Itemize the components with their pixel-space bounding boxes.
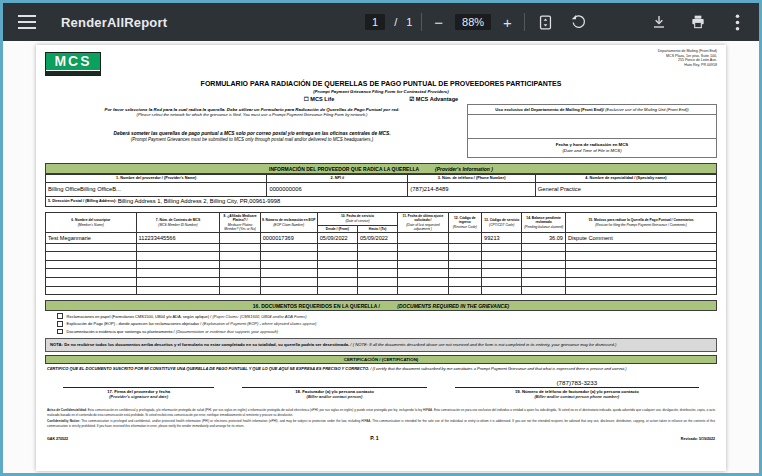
- rotate-button[interactable]: [567, 10, 591, 34]
- hamburger-menu-icon: [18, 15, 36, 29]
- checkbox-unchecked-icon: ☐: [304, 96, 309, 102]
- zoom-out-button[interactable]: −: [431, 14, 446, 31]
- provider-info-table: 1. Nombre del proveedor / (Provider's Na…: [45, 174, 717, 197]
- member-name-header: 6. Nombre del suscriptor(Member's Name): [46, 212, 137, 232]
- date-to-cell: 05/09/2022: [357, 233, 397, 244]
- footer-page-number: P. 1: [370, 435, 379, 441]
- provider-header-row: 1. Nombre del proveedor / (Provider's Na…: [46, 175, 717, 183]
- signature-line: [63, 387, 214, 388]
- footer-form-code: GAK 270522: [47, 437, 68, 441]
- specialty-header: 4. Nombre de especialidad / (Specialty n…: [535, 175, 716, 183]
- billing-address-value: Billing Address 1, Billing Address 2, Bi…: [118, 198, 281, 204]
- pending-balance-cell: 36.09: [522, 233, 566, 244]
- page-total: 1: [406, 16, 412, 28]
- provider-value-row: Billing OfficeBilling OfficeB... 0000000…: [46, 182, 717, 196]
- signature-row: 17. Firma del proveedor y fecha (Provide…: [45, 378, 717, 399]
- reason-cell: Dispute Comment: [565, 233, 716, 244]
- date-from-header: Desde / (From): [317, 225, 357, 233]
- rotate-icon: [570, 14, 587, 31]
- reason-header: 15. Motivos para radicar la Querella de …: [565, 212, 716, 232]
- revenue-code-header: 12. Código de ingreso(Revenue Code): [448, 212, 482, 232]
- contract-number-header: 7. Núm. de Contrato de MCS(MCS Member ID…: [136, 212, 220, 232]
- nota-label: NOTA:: [50, 342, 63, 347]
- claims-empty-row: [46, 277, 717, 286]
- file-date-label-en: (Date and Time of File in MCS): [470, 148, 714, 154]
- member-name-cell: Test Meganmarie: [46, 233, 137, 244]
- pdf-page: MCS Departamento de Mailing (Front End) …: [36, 45, 726, 471]
- claims-empty-row: [46, 252, 717, 261]
- claims-data-row: Test Meganmarie 112233445566 0000017369 …: [46, 233, 717, 244]
- form-title: FORMULARIO PARA RADIACIÓN DE QUERELLAS D…: [45, 80, 717, 87]
- signature-field-provider: 17. Firma del proveedor y fecha (Provide…: [49, 378, 228, 399]
- required-doc-item: Explicación de Pago (EOP) - donde aparec…: [57, 321, 717, 327]
- date-to-header: Hasta / (To): [357, 225, 397, 233]
- required-doc-item: Reclamaciones en papel (Formularios CMS1…: [57, 313, 717, 319]
- download-button[interactable]: [647, 10, 671, 34]
- fit-to-page-button[interactable]: [534, 10, 558, 34]
- document-title: RenderAllReport: [61, 15, 167, 30]
- claims-empty-row: [46, 269, 717, 278]
- billing-address-row: 5. Dirección Postal / (Billing Address):…: [45, 197, 717, 207]
- required-documents-section-header: 16. DOCUMENTOS REQUERIDOS EN LA QUERELLA…: [45, 300, 717, 311]
- provider-name-header: 1. Nombre del proveedor / (Provider's Na…: [46, 175, 267, 183]
- npi-value: 0000000006: [267, 182, 408, 196]
- print-icon: [690, 14, 706, 30]
- certification-section-header: CERTIFICACIÓN / (CERTIFICATION): [45, 355, 717, 364]
- menu-button[interactable]: [15, 10, 39, 34]
- contract-number-cell: 112233445566: [136, 233, 220, 244]
- service-code-header: 13. Código de servicio(CPT/CDT Code): [482, 212, 522, 232]
- logo-tagline-strip: [46, 71, 100, 75]
- toolbar-divider: [524, 13, 525, 31]
- last-adjustment-header: 11. Fecha de última ajuste solicitado /(…: [398, 212, 448, 232]
- nota-text-en: / ( NOTE: If all the documents described…: [350, 342, 616, 347]
- claims-empty-row: [46, 243, 717, 252]
- date-of-service-header: 10. Fecha de servicio(Date of service): [317, 212, 398, 225]
- provider-info-section-header: INFORMACIÓN DEL PROVEEDOR QUE RADICA LA …: [45, 163, 717, 174]
- nota-text-es: De no recibirse todos los documentos arr…: [64, 342, 349, 347]
- mailing-box-title-es: Uso exclusivo del Departamento de Mailin…: [495, 107, 604, 112]
- signature-field-biller: 18. Facturador (a) y/o persona contacto …: [228, 378, 440, 399]
- page-footer: GAK 270522 P. 1 Revisado: 5/19/2022: [45, 435, 717, 443]
- phone-value: (787)214-8489: [408, 182, 535, 196]
- signature-field-phone: (787)783-3233 19. Número de teléfono de …: [441, 378, 713, 399]
- revenue-code-cell: [448, 233, 482, 244]
- pending-balance-header: 14. Balance pendiente reclamado(Pending …: [522, 212, 566, 232]
- claims-table: 6. Nombre del suscriptor(Member's Name) …: [45, 212, 717, 296]
- contact-phone-value: (787)783-3233: [455, 378, 699, 387]
- checkbox-icon: [57, 321, 63, 327]
- zoom-level-input[interactable]: 88%: [455, 14, 491, 30]
- mcs-advantage-checkbox: ☑ MCS Advantage: [409, 96, 458, 102]
- pdf-viewer-toolbar: RenderAllReport 1 / 1 − 88% +: [3, 3, 759, 41]
- checkbox-icon: [57, 329, 63, 335]
- claims-empty-row: [46, 260, 717, 269]
- submit-note-es: Deberá someter las querellas de pago pun…: [45, 131, 459, 136]
- mcs-logo-text: MCS: [46, 53, 100, 71]
- zoom-in-button[interactable]: +: [500, 14, 515, 31]
- mailing-department-address: Departamento de Mailing (Front End) MCS …: [658, 48, 717, 68]
- select-network-note-es: Por favor seleccione la Red para la cual…: [45, 107, 459, 112]
- signature-line: [455, 387, 699, 388]
- checkbox-checked-icon: ☑: [409, 96, 414, 102]
- nota-box: NOTA: De no recibirse todos los document…: [45, 338, 717, 351]
- more-options-button[interactable]: [725, 10, 749, 34]
- select-network-note-en: (Please select the network for which the…: [45, 112, 459, 117]
- submit-note-en: (Prompt Payment Grievances must be submi…: [45, 137, 459, 142]
- checkbox-icon: [57, 313, 63, 319]
- certification-text: CERTIFICO QUE EL DOCUMENTO SUSCRITO POR …: [45, 366, 717, 372]
- medicare-platino-header: 8. ¿Afiliado Medicare Platino? /Medicare…: [220, 212, 260, 232]
- document-scroll-area[interactable]: MCS Departamento de Mailing (Front End) …: [3, 41, 759, 473]
- network-selection: ☐ MCS Life ☑ MCS Advantage: [45, 96, 717, 102]
- page-separator: /: [394, 16, 397, 28]
- form-subtitle: (Prompt Payment Grievance Filing Form fo…: [45, 89, 717, 94]
- page-number-input[interactable]: 1: [365, 14, 385, 30]
- specialty-value: General Practice: [535, 182, 716, 196]
- print-button[interactable]: [686, 10, 710, 34]
- mailing-box-title-en: (Exclusive use of the Mailing Unit (Fron…: [605, 107, 689, 112]
- footer-revision-date: Revisado: 5/19/2022: [681, 437, 715, 441]
- required-doc-item: Documentación o evidencia que sostenga s…: [57, 329, 717, 335]
- download-icon: [651, 14, 667, 30]
- phone-header: 3. Núm. de teléfono / (Phone Number): [408, 175, 535, 183]
- toolbar-divider: [421, 13, 422, 31]
- medicare-platino-cell: [220, 233, 260, 244]
- confidentiality-notice-es: Aviso de Confidencialidad: Esta comunica…: [45, 408, 717, 417]
